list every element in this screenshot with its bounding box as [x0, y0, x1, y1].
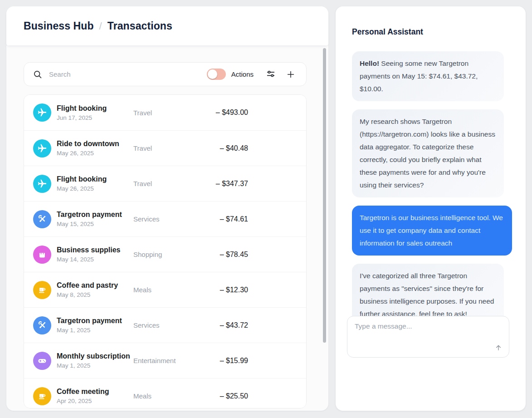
transaction-amount: – $12.30 [206, 286, 248, 294]
transaction-title: Flight booking [57, 104, 133, 113]
transaction-row[interactable]: Business suppliesMay 14, 2025Shopping– $… [24, 236, 306, 272]
plane-icon [37, 108, 47, 118]
transaction-category: Entertainment [133, 357, 206, 364]
assistant-panel: Personal Assistant Hello! Seeing some ne… [336, 6, 526, 411]
transactions-body: Actions Flight bookingJun 17, 2025Travel… [6, 45, 328, 411]
transaction-category: Meals [133, 286, 206, 294]
transaction-date: May 14, 2025 [57, 256, 133, 263]
breadcrumb-section[interactable]: Business Hub [24, 20, 94, 32]
search-icon [33, 70, 42, 79]
transaction-row[interactable]: Coffee and pastryMay 8, 2025Meals– $12.3… [24, 272, 306, 307]
breadcrumb-separator: / [99, 20, 102, 32]
transaction-main: Coffee meetingApr 20, 2025 [57, 388, 133, 404]
breadcrumb-current: Transactions [107, 20, 172, 32]
transaction-amount: – $347.37 [206, 180, 248, 188]
message-lead: Hello! [360, 59, 379, 67]
message-input[interactable] [347, 316, 509, 357]
coffee-cup-icon [37, 391, 47, 401]
transaction-title: Targetron payment [57, 317, 133, 325]
page-header: Business Hub / Transactions [6, 6, 328, 45]
message-text: My research shows Targetron (https://tar… [360, 118, 495, 189]
filter-settings-button[interactable] [264, 68, 277, 81]
transaction-category-icon-badge [33, 387, 51, 405]
transaction-main: Ride to downtownMay 26, 2025 [57, 140, 133, 157]
transaction-main: Business suppliesMay 14, 2025 [57, 246, 133, 263]
transaction-title: Business supplies [57, 246, 133, 254]
toggle-knob [208, 69, 217, 79]
transaction-main: Monthly subscriptionMay 1, 2025 [57, 352, 133, 369]
transaction-row[interactable]: Monthly subscriptionMay 1, 2025Entertain… [24, 343, 306, 378]
transaction-category: Shopping [133, 251, 206, 258]
shopping-bag-icon [37, 250, 47, 260]
transaction-main: Flight bookingJun 17, 2025 [57, 104, 133, 121]
transaction-row[interactable]: Targetron paymentMay 1, 2025Services– $4… [24, 307, 306, 343]
tools-icon [38, 214, 47, 224]
tools-icon [38, 320, 47, 330]
transaction-category-icon-badge [33, 246, 51, 264]
transaction-date: May 26, 2025 [57, 150, 133, 157]
transaction-main: Targetron paymentMay 15, 2025 [57, 211, 133, 227]
transaction-amount: – $78.45 [206, 251, 248, 259]
transaction-category: Services [133, 321, 206, 329]
transaction-main: Coffee and pastryMay 8, 2025 [57, 281, 133, 298]
transaction-date: Apr 20, 2025 [57, 398, 133, 404]
transaction-row[interactable]: Flight bookingJun 17, 2025Travel– $493.0… [24, 95, 306, 130]
search-input[interactable] [48, 70, 207, 79]
assistant-message: Hello! Seeing some new Targetron payment… [352, 51, 504, 101]
transaction-category-icon-badge [33, 175, 51, 193]
transaction-title: Coffee and pastry [57, 281, 133, 290]
transaction-date: May 1, 2025 [57, 327, 133, 334]
sliders-icon [266, 69, 276, 79]
transaction-date: May 1, 2025 [57, 362, 133, 369]
transaction-row[interactable]: Flight bookingMay 26, 2025Travel– $347.3… [24, 166, 306, 201]
transaction-title: Coffee meeting [57, 388, 133, 396]
transaction-date: Jun 17, 2025 [57, 114, 133, 121]
transaction-list: Flight bookingJun 17, 2025Travel– $493.0… [24, 94, 307, 408]
breadcrumb: Business Hub / Transactions [24, 20, 172, 32]
user-message: Targetron is our business intelligence t… [352, 206, 512, 256]
transaction-category-icon-badge [33, 210, 51, 228]
add-transaction-button[interactable] [284, 68, 297, 81]
scrollbar-thumb[interactable] [323, 48, 326, 343]
send-arrow-icon [495, 344, 502, 351]
transaction-category-icon-badge [33, 316, 51, 334]
transaction-category: Services [133, 215, 206, 223]
chat-area: Hello! Seeing some new Targetron payment… [352, 51, 512, 326]
transaction-amount: – $15.99 [206, 357, 248, 365]
message-composer [347, 316, 509, 358]
coffee-cup-icon [37, 285, 47, 295]
transaction-title: Ride to downtown [57, 140, 133, 148]
transactions-panel: Business Hub / Transactions Actions [6, 6, 328, 411]
search-bar: Actions [24, 62, 307, 86]
transaction-amount: – $493.00 [206, 108, 248, 117]
message-text: I've categorized all three Targetron pay… [360, 272, 494, 318]
transaction-amount: – $43.72 [206, 321, 248, 329]
transaction-date: May 26, 2025 [57, 185, 133, 192]
transaction-row[interactable]: Coffee meetingApr 20, 2025Meals– $25.50 [24, 378, 306, 408]
actions-toggle[interactable] [207, 69, 226, 80]
transaction-category: Travel [133, 109, 206, 117]
transaction-amount: – $40.48 [206, 144, 248, 152]
transaction-category-icon-badge [33, 139, 51, 157]
transaction-date: May 15, 2025 [57, 221, 133, 227]
transaction-title: Monthly subscription [57, 352, 133, 360]
transaction-title: Targetron payment [57, 211, 133, 219]
transaction-row[interactable]: Ride to downtownMay 26, 2025Travel– $40.… [24, 130, 306, 166]
transaction-category-icon-badge [33, 281, 51, 299]
transaction-title: Flight booking [57, 175, 133, 183]
transaction-category-icon-badge [33, 103, 51, 122]
send-button[interactable] [493, 342, 504, 354]
plane-icon [37, 143, 47, 153]
transaction-category: Meals [133, 392, 206, 400]
transaction-row[interactable]: Targetron paymentMay 15, 2025Services– $… [24, 201, 306, 236]
transaction-amount: – $25.50 [206, 392, 248, 400]
assistant-title: Personal Assistant [352, 27, 423, 37]
actions-toggle-label: Actions [231, 70, 254, 78]
transaction-main: Targetron paymentMay 1, 2025 [57, 317, 133, 334]
transaction-category: Travel [133, 180, 206, 187]
message-text: Targetron is our business intelligence t… [360, 214, 503, 247]
game-controller-icon [37, 355, 48, 366]
transaction-date: May 8, 2025 [57, 291, 133, 298]
transaction-category-icon-badge [33, 352, 51, 370]
assistant-message: My research shows Targetron (https://tar… [352, 109, 504, 197]
